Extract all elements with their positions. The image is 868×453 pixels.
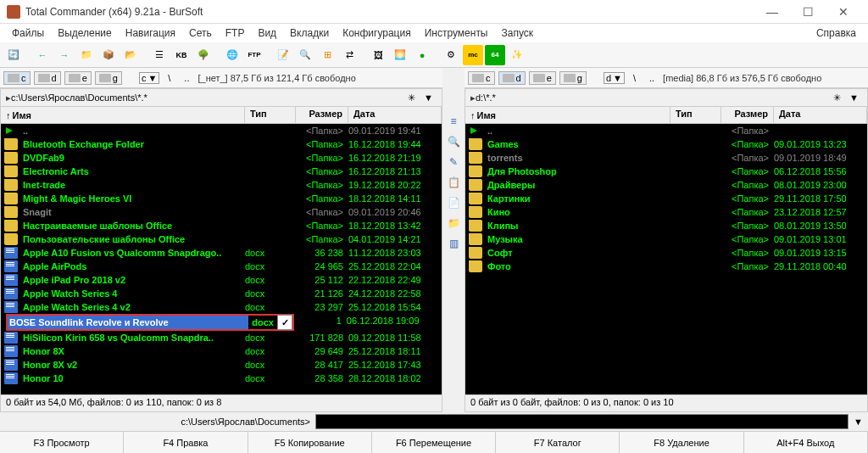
back-icon[interactable]: ← xyxy=(32,45,53,65)
minimize-button[interactable]: — xyxy=(754,0,790,24)
fn-button[interactable]: F3 Просмотр xyxy=(0,432,124,453)
favorites-icon[interactable]: ✳ xyxy=(403,92,420,103)
fn-button[interactable]: F4 Правка xyxy=(124,432,248,453)
file-row[interactable]: Музыка<Папка>09.01.2019 13:01 xyxy=(465,232,867,246)
file-row[interactable]: Для Photoshop<Папка>06.12.2018 15:56 xyxy=(465,165,867,178)
file-row[interactable]: Honor 8X v2docx28 41725.12.2018 17:43 xyxy=(1,358,442,372)
tree-icon[interactable]: 🌳 xyxy=(193,45,214,65)
left-path[interactable]: ▸ c:\Users\Ярослав\Documents\*.* ✳ ▼ xyxy=(0,88,442,107)
list-mid-icon[interactable]: 📄 xyxy=(446,195,461,210)
right-up-button[interactable]: .. xyxy=(644,73,659,83)
menu-Навигация[interactable]: Навигация xyxy=(119,27,182,39)
rename-input-row[interactable]: docx ✓ xyxy=(6,314,294,331)
wand-icon[interactable]: ✨ xyxy=(507,45,527,65)
file-row[interactable]: ..<Папка> xyxy=(465,124,867,137)
file-row[interactable]: Картинки<Папка>29.11.2018 17:50 xyxy=(465,192,867,205)
img2-icon[interactable]: 🌅 xyxy=(390,45,410,65)
green-icon[interactable]: ● xyxy=(412,45,432,65)
menu-Выделение[interactable]: Выделение xyxy=(51,27,119,39)
left-filelist[interactable]: docx ✓ ..<Папка>09.01.2019 19:41Bluetoot… xyxy=(0,124,442,395)
file-row[interactable]: Bluetooth Exchange Folder<Папка>16.12.20… xyxy=(1,137,442,151)
drive-c[interactable]: c xyxy=(3,71,31,85)
file-row[interactable]: torrents<Папка>09.01.2019 18:49 xyxy=(465,151,867,165)
file-row[interactable]: Фото<Папка>29.11.2018 00:40 xyxy=(465,260,867,273)
left-columns[interactable]: ↑Имя Тип Размер Дата xyxy=(0,107,442,124)
fn-button[interactable]: Alt+F4 Выход xyxy=(744,432,868,453)
drive-d[interactable]: d xyxy=(34,71,61,85)
file-row[interactable]: Apple Watch Series 4 v2docx23 29725.12.2… xyxy=(1,300,442,314)
file-row[interactable]: Snagit<Папка>09.01.2019 20:46 xyxy=(1,205,442,219)
menu-FTP[interactable]: FTP xyxy=(219,27,252,39)
unpack-icon[interactable]: 📂 xyxy=(120,45,141,65)
list-icon[interactable]: ☰ xyxy=(149,45,170,65)
command-dropdown[interactable]: ▼ xyxy=(854,417,863,427)
file-row[interactable]: Пользовательские шаблоны Office<Папка>04… xyxy=(1,232,442,246)
right-filelist[interactable]: ..<Папка>Games<Папка>09.01.2019 13:23tor… xyxy=(465,124,868,395)
fn-button[interactable]: F6 Перемещение xyxy=(372,432,496,453)
file-row[interactable]: Клипы<Папка>08.01.2019 13:50 xyxy=(465,219,867,232)
refresh-icon[interactable]: 🔄 xyxy=(3,45,24,65)
drive-e[interactable]: e xyxy=(64,71,92,85)
gear-icon[interactable]: ⚙ xyxy=(441,45,461,65)
sync-icon[interactable]: ⇄ xyxy=(339,45,359,65)
menu-Файлы[interactable]: Файлы xyxy=(5,27,51,39)
menu-Инструменты[interactable]: Инструменты xyxy=(418,27,495,39)
file-row[interactable]: Apple iPad Pro 2018 v2docx25 11222.12.20… xyxy=(1,273,442,287)
file-row[interactable]: ..<Папка>09.01.2019 19:41 xyxy=(1,124,442,137)
drive-c[interactable]: c xyxy=(468,71,495,85)
forward-icon[interactable]: → xyxy=(54,45,75,65)
right-root-button[interactable]: \ xyxy=(628,73,641,83)
confirm-rename-button[interactable]: ✓ xyxy=(277,315,292,330)
right-path[interactable]: ▸ d:\*.* ✳ ▼ xyxy=(465,88,868,107)
left-drive-select[interactable]: c ▼ xyxy=(139,72,159,84)
file-row[interactable]: Electronic Arts<Папка>16.12.2018 21:13 xyxy=(1,165,442,178)
pack-icon[interactable]: 📦 xyxy=(98,45,119,65)
fn-button[interactable]: F7 Каталог xyxy=(496,432,620,453)
x64-icon[interactable]: 64 xyxy=(485,45,505,65)
history-icon[interactable]: ▼ xyxy=(420,92,437,103)
right-columns[interactable]: ↑Имя Тип Размер Дата xyxy=(465,107,868,124)
img-icon[interactable]: 🖼 xyxy=(368,45,388,65)
multi-icon[interactable]: ⊞ xyxy=(317,45,337,65)
file-row[interactable]: Apple A10 Fusion vs Qualcomm Snapdrago..… xyxy=(1,246,442,260)
file-row[interactable]: Apple Watch Series 4docx21 12624.12.2018… xyxy=(1,287,442,300)
menu-Конфигурация[interactable]: Конфигурация xyxy=(336,27,418,39)
left-up-button[interactable]: .. xyxy=(179,73,194,83)
edit-mid-icon[interactable]: ✎ xyxy=(446,154,461,170)
command-input[interactable] xyxy=(315,414,849,429)
file-row[interactable]: Inet-trade<Папка>19.12.2018 20:22 xyxy=(1,178,442,192)
drive-d[interactable]: d xyxy=(498,71,526,85)
file-row[interactable]: Софт<Папка>09.01.2019 13:15 xyxy=(465,246,867,260)
search-mid-icon[interactable]: 🔍 xyxy=(446,134,461,149)
swap-icon[interactable]: ≡ xyxy=(446,114,461,129)
badge-icon[interactable]: mc xyxy=(463,45,483,65)
fn-button[interactable]: F5 Копирование xyxy=(248,432,372,453)
file-row[interactable]: HiSilicon Kirin 658 vs Qualcomm Snapdra.… xyxy=(1,331,442,344)
menu-Сеть[interactable]: Сеть xyxy=(182,27,219,39)
menu-Вкладки[interactable]: Вкладки xyxy=(283,27,336,39)
rename-input[interactable] xyxy=(8,316,248,329)
menu-Запуск[interactable]: Запуск xyxy=(495,27,541,39)
file-row[interactable]: DVDFab9<Папка>16.12.2018 21:19 xyxy=(1,151,442,165)
menu-Вид[interactable]: Вид xyxy=(251,27,283,39)
search-icon[interactable]: 🔍 xyxy=(295,45,315,65)
drive-g[interactable]: g xyxy=(559,71,587,85)
right-drive-select[interactable]: d ▼ xyxy=(604,72,625,84)
file-row[interactable]: Honor 8Xdocx29 64925.12.2018 18:11 xyxy=(1,344,442,358)
left-root-button[interactable]: \ xyxy=(163,73,175,83)
file-row[interactable]: Драйверы<Папка>08.01.2019 23:00 xyxy=(465,178,867,192)
drive-g[interactable]: g xyxy=(95,71,122,85)
history-icon[interactable]: ▼ xyxy=(846,92,862,103)
favorites-icon[interactable]: ✳ xyxy=(828,92,846,103)
file-row[interactable]: Games<Папка>09.01.2019 13:23 xyxy=(465,137,867,151)
copy-mid-icon[interactable]: 📋 xyxy=(446,175,461,190)
folder-icon[interactable]: 📁 xyxy=(76,45,97,65)
file-row[interactable]: Настраиваемые шаблоны Office<Папка>18.12… xyxy=(1,219,442,232)
menu-help[interactable]: Справка xyxy=(810,27,863,39)
zip-mid-icon[interactable]: 📁 xyxy=(446,215,461,231)
file-row[interactable]: Apple AirPodsdocx24 96525.12.2018 22:04 xyxy=(1,260,442,273)
maximize-button[interactable]: ☐ xyxy=(790,0,826,24)
file-row[interactable]: Кино<Папка>23.12.2018 12:57 xyxy=(465,205,867,219)
close-button[interactable]: ✕ xyxy=(826,0,861,24)
drive-e[interactable]: e xyxy=(529,71,556,85)
